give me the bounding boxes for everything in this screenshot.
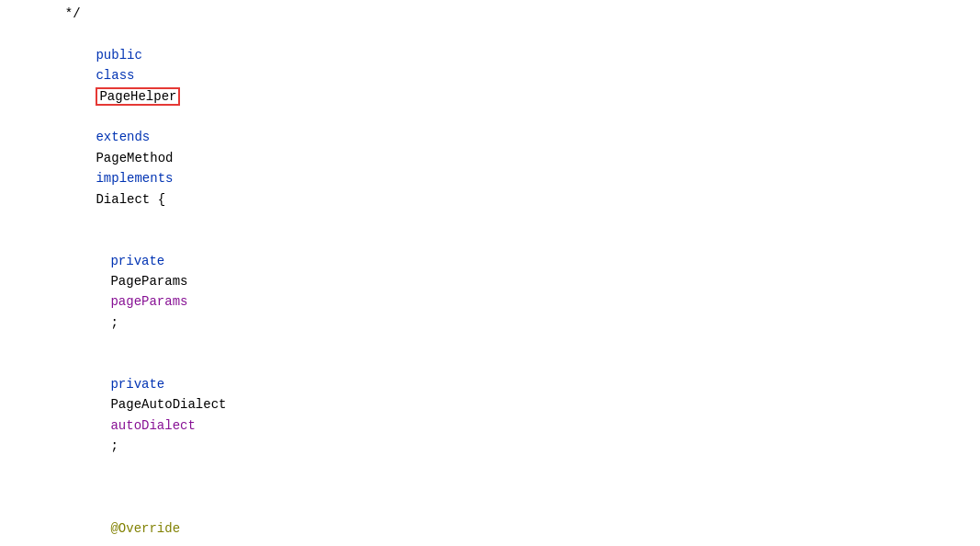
line-content: private PageAutoDialect autoDialect ; xyxy=(46,354,980,477)
gutter-icon xyxy=(22,283,39,300)
code-line: @Override xyxy=(0,497,980,546)
code-line: private PageAutoDialect autoDialect ; xyxy=(0,354,980,477)
line-content: @Override xyxy=(46,497,980,546)
gutter-icon xyxy=(22,6,39,22)
gutter-icon xyxy=(22,119,39,135)
code-line: private PageParams pageParams ; xyxy=(0,230,980,353)
line-gutter xyxy=(0,407,46,424)
gutter-icon xyxy=(22,520,39,537)
code-line: */ xyxy=(0,4,980,24)
line-gutter xyxy=(0,119,46,135)
line-gutter xyxy=(0,6,46,22)
code-text xyxy=(96,109,103,124)
code-text: PageMethod xyxy=(96,151,180,165)
line-content xyxy=(46,477,980,497)
code-text: Dialect { xyxy=(96,192,165,207)
code-text: PageAutoDialect xyxy=(110,397,233,412)
keyword-implements: implements xyxy=(96,171,180,186)
class-name: PageHelper xyxy=(96,87,180,106)
line-content: private PageParams pageParams ; xyxy=(46,230,980,353)
field-name: autoDialect xyxy=(110,418,195,433)
keyword-class: class xyxy=(96,68,141,83)
code-line xyxy=(0,477,980,497)
annotation: @Override xyxy=(110,521,180,536)
code-text: ; xyxy=(110,315,118,330)
field-name: pageParams xyxy=(110,294,187,309)
code-line: public class PageHelper extends PageMeth… xyxy=(0,24,980,230)
line-content: public class PageHelper extends PageMeth… xyxy=(46,24,980,230)
code-editor: */ public class PageHelper extends PageM… xyxy=(0,0,980,546)
line-gutter xyxy=(0,283,46,300)
code-text: ; xyxy=(110,438,118,453)
keyword-private: private xyxy=(110,377,172,392)
keyword-private: private xyxy=(110,254,172,268)
gutter-icon xyxy=(22,407,39,424)
line-gutter xyxy=(0,520,46,537)
keyword-public: public xyxy=(96,48,150,63)
code-text: PageParams xyxy=(110,274,195,289)
keyword-extends: extends xyxy=(96,130,157,144)
line-content: */ xyxy=(46,4,980,24)
